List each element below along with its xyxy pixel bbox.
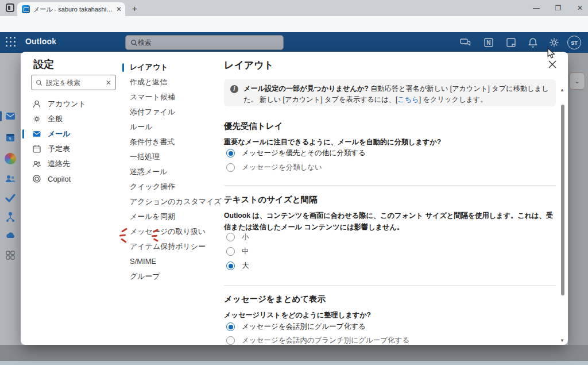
tab-title: メール - saburo takahashi - Outloo: [33, 5, 114, 14]
nav-item-copilot[interactable]: Copilot: [21, 171, 122, 186]
settings-category-nav: アカウント 全般 メール 予定表 連絡先 Copilot: [21, 97, 122, 186]
bell-icon[interactable]: [527, 37, 539, 48]
browser-addressbar: https://outlook.office.com/mail/options/…: [0, 16, 588, 32]
outlook-search-input[interactable]: [138, 39, 253, 47]
mail-icon: [32, 129, 41, 139]
clear-search-icon[interactable]: ✕: [106, 79, 111, 87]
new-tab-button[interactable]: +: [132, 3, 137, 13]
app-rail: 9: [0, 53, 21, 361]
mail-nav-item[interactable]: ルール: [122, 120, 218, 135]
section-heading-conversations: メッセージをまとめて表示: [224, 294, 326, 305]
copilot-small-icon: [32, 174, 41, 183]
window-restore-button[interactable]: ❐: [554, 3, 563, 13]
radio-option[interactable]: メッセージを会話別にグループ化する: [226, 322, 366, 332]
browser-titlebar: メール - saburo takahashi - Outloo ✕ + — ❐ …: [0, 0, 588, 16]
info-banner: i メール設定の一部が見つかりませんか? 自動応答と署名が新しい [アカウント]…: [224, 79, 556, 106]
mail-nav-item[interactable]: 迷惑メール: [122, 164, 218, 179]
todo-app-icon[interactable]: [5, 192, 16, 203]
mail-nav-item[interactable]: 一括処理: [122, 149, 218, 164]
page-bottom-edge: [0, 361, 588, 365]
people-app-icon[interactable]: [5, 173, 16, 185]
section-question: 重要なメールに注目できるように、メールを自動的に分類しますか?: [224, 137, 556, 148]
radio-selected-icon[interactable]: [226, 322, 235, 331]
radio-unselected-icon[interactable]: [226, 163, 235, 172]
copilot-app-icon[interactable]: [5, 153, 16, 164]
section-description: Outlook は、コンテンツを画面に合わせる際に、このフォント サイズと間隔を…: [224, 210, 556, 233]
app-launcher-icon[interactable]: [6, 37, 16, 47]
section-heading-text-size: テキストのサイズと間隔: [224, 194, 318, 205]
mail-nav-item[interactable]: アクションのカスタマイズ: [122, 194, 218, 209]
radio-selected-icon[interactable]: [226, 262, 235, 270]
outlook-logo[interactable]: Outlook: [25, 37, 56, 46]
radio-unselected-icon[interactable]: [226, 247, 235, 256]
calendar-icon: [32, 144, 41, 153]
radio-option[interactable]: メッセージを分類しない: [226, 163, 322, 172]
outlook-favicon-icon: [22, 5, 30, 13]
mail-nav-item[interactable]: メッセージの取り扱い: [122, 224, 218, 239]
mouse-cursor: [547, 48, 556, 59]
radio-selected-icon[interactable]: [226, 149, 235, 157]
window-close-button[interactable]: ✕: [575, 3, 585, 13]
radio-option[interactable]: 小: [226, 232, 249, 242]
background-filter-dropdown[interactable]: ⌄: [569, 72, 585, 90]
notes-icon[interactable]: [505, 37, 517, 48]
calendar-app-icon[interactable]: 9: [5, 132, 16, 143]
here-link[interactable]: こちら: [397, 95, 419, 103]
modal-scrollbar[interactable]: [560, 92, 565, 340]
nav-item-contacts[interactable]: 連絡先: [21, 156, 122, 171]
browser-tab[interactable]: メール - saburo takahashi - Outloo ✕: [17, 2, 125, 16]
radio-option[interactable]: メッセージを会話内のブランチ別にグループ化する: [226, 336, 409, 345]
more-apps-icon[interactable]: [5, 249, 16, 261]
settings-search-box[interactable]: ✕: [31, 75, 116, 90]
org-explorer-app-icon[interactable]: [5, 211, 16, 222]
person-icon: [32, 99, 41, 109]
nav-item-account[interactable]: アカウント: [21, 97, 122, 112]
mail-nav-item[interactable]: メールを同期: [122, 209, 218, 224]
mail-nav-item[interactable]: スマート候補: [122, 90, 218, 105]
onedrive-app-icon[interactable]: [5, 230, 16, 241]
window-minimize-button[interactable]: —: [532, 3, 541, 13]
section-divider: [224, 185, 556, 186]
settings-dialog: 設定 ✕ アカウント 全般 メール 予定表: [21, 52, 568, 345]
people-icon: [32, 159, 41, 168]
svg-text:N: N: [486, 40, 490, 46]
tab-close-icon[interactable]: ✕: [116, 5, 122, 13]
search-icon: [36, 79, 42, 86]
mail-nav-item[interactable]: グループ: [122, 269, 218, 284]
radio-option[interactable]: メッセージを優先とその他に分類する: [226, 148, 366, 158]
dimmed-page-strip: [568, 53, 588, 361]
mail-settings-nav: レイアウト 作成と返信 スマート候補 添付ファイル ルール 条件付き書式 一括処…: [122, 60, 218, 284]
chat-icon[interactable]: [459, 37, 471, 48]
mail-nav-item[interactable]: レイアウト: [122, 60, 218, 75]
scrollbar-thumb[interactable]: [561, 105, 564, 295]
radio-unselected-icon[interactable]: [226, 233, 235, 241]
account-avatar[interactable]: ST: [567, 36, 581, 49]
section-divider: [224, 285, 556, 286]
mail-nav-item[interactable]: クイック操作: [122, 179, 218, 194]
close-icon[interactable]: [547, 59, 558, 70]
page-title: レイアウト: [224, 59, 274, 72]
mail-nav-item[interactable]: アイテム保持ポリシー: [122, 239, 218, 254]
radio-option[interactable]: 大: [226, 261, 249, 271]
search-icon: [130, 39, 138, 47]
rail-selection-indicator: [0, 111, 2, 121]
settings-title: 設定: [33, 57, 54, 71]
settings-gear-icon[interactable]: [548, 37, 560, 48]
info-icon: i: [230, 85, 238, 93]
outlook-search-bar[interactable]: [125, 35, 284, 50]
scroll-down-icon[interactable]: ▼: [560, 338, 564, 343]
tab-actions-icon[interactable]: [6, 3, 14, 12]
mail-nav-item[interactable]: 条件付き書式: [122, 135, 218, 149]
mail-app-icon[interactable]: [5, 110, 16, 122]
nav-item-mail[interactable]: メール: [21, 126, 122, 141]
outlook-header: [0, 32, 588, 53]
nav-item-calendar[interactable]: 予定表: [21, 141, 122, 156]
nav-item-general[interactable]: 全般: [21, 112, 122, 126]
mail-nav-item[interactable]: 添付ファイル: [122, 105, 218, 120]
radio-option[interactable]: 中: [226, 247, 249, 256]
mail-nav-item[interactable]: 作成と返信: [122, 75, 218, 90]
settings-search-input[interactable]: [46, 79, 99, 87]
radio-unselected-icon[interactable]: [226, 336, 235, 345]
onenote-icon[interactable]: N: [483, 37, 494, 48]
mail-nav-item[interactable]: S/MIME: [122, 254, 218, 269]
